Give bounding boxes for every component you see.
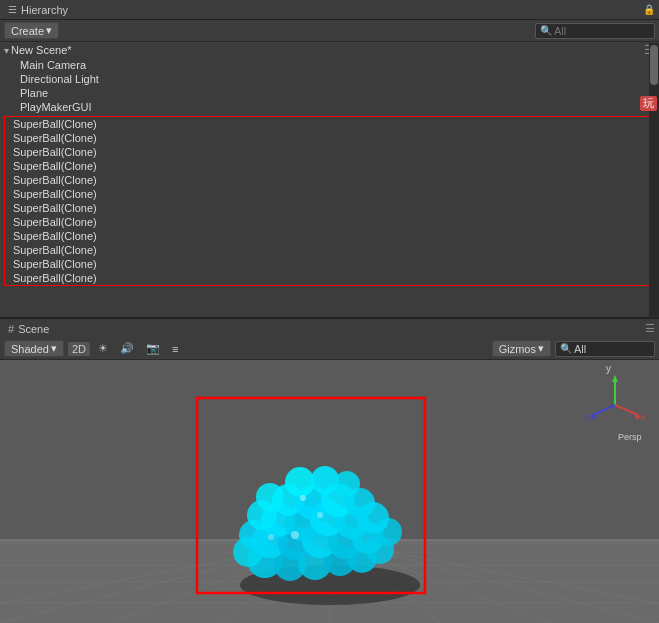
clone-label: SuperBall(Clone)	[13, 230, 97, 242]
item-label: Main Camera	[20, 59, 86, 71]
clone-item-12[interactable]: SuperBall(Clone)	[5, 271, 654, 285]
clone-label: SuperBall(Clone)	[13, 160, 97, 172]
hierarchy-tab-bar: ☰ Hierarchy 🔒	[0, 0, 659, 20]
shaded-arrow-icon: ▾	[51, 342, 57, 355]
svg-text:z: z	[585, 412, 590, 422]
clone-item-4[interactable]: SuperBall(Clone)	[5, 159, 654, 173]
tree-item-main-camera[interactable]: Main Camera	[0, 58, 659, 72]
2d-label: 2D	[72, 343, 86, 355]
clone-item-8[interactable]: SuperBall(Clone)	[5, 215, 654, 229]
clone-item-1[interactable]: SuperBall(Clone)	[5, 117, 654, 131]
svg-text:Persp: Persp	[618, 432, 642, 442]
gizmos-button[interactable]: Gizmos ▾	[492, 340, 551, 357]
item-label: Plane	[20, 87, 48, 99]
clone-label: SuperBall(Clone)	[13, 118, 97, 130]
scrollbar-thumb[interactable]	[650, 45, 658, 85]
clone-item-5[interactable]: SuperBall(Clone)	[5, 173, 654, 187]
clone-label: SuperBall(Clone)	[13, 188, 97, 200]
tree-item-directional-light[interactable]: Directional Light	[0, 72, 659, 86]
gizmos-arrow-icon: ▾	[538, 342, 544, 355]
hierarchy-panel: ☰ Hierarchy 🔒 Create ▾ 🔍 ▾ New Scene* ☰ …	[0, 0, 659, 318]
sun-icon-button[interactable]: ☀	[94, 341, 112, 356]
clone-label: SuperBall(Clone)	[13, 202, 97, 214]
clone-item-2[interactable]: SuperBall(Clone)	[5, 131, 654, 145]
clone-item-11[interactable]: SuperBall(Clone)	[5, 257, 654, 271]
svg-point-48	[317, 512, 323, 518]
clone-label: SuperBall(Clone)	[13, 146, 97, 158]
svg-text:x: x	[641, 412, 646, 422]
scene-panel-icon: #	[8, 323, 14, 335]
camera-icon: 📷	[146, 342, 160, 354]
scene-tab-options[interactable]: ☰	[645, 322, 655, 335]
clone-item-7[interactable]: SuperBall(Clone)	[5, 201, 654, 215]
hierarchy-tab-label: Hierarchy	[21, 4, 68, 16]
sun-icon: ☀	[98, 342, 108, 354]
create-arrow-icon: ▾	[46, 24, 52, 37]
svg-point-43	[256, 483, 284, 511]
scene-search-icon: 🔍	[560, 343, 572, 354]
clone-label: SuperBall(Clone)	[13, 258, 97, 270]
scene-tab-label: Scene	[18, 323, 49, 335]
svg-point-47	[291, 531, 299, 539]
hierarchy-content[interactable]: ▾ New Scene* ☰ Main Camera Directional L…	[0, 42, 659, 317]
tree-item-plane[interactable]: Plane	[0, 86, 659, 100]
clone-label: SuperBall(Clone)	[13, 216, 97, 228]
scene-name: New Scene*	[11, 44, 72, 56]
clone-item-6[interactable]: SuperBall(Clone)	[5, 187, 654, 201]
layers-icon-button[interactable]: ≡	[168, 342, 182, 356]
create-label: Create	[11, 25, 44, 37]
clone-label: SuperBall(Clone)	[13, 174, 97, 186]
svg-point-46	[334, 471, 360, 497]
scene-toolbar: Shaded ▾ 2D ☀ 🔊 📷 ≡ Gizmos ▾ 🔍	[0, 338, 659, 360]
scene-tab-bar: # Scene ☰	[0, 318, 659, 338]
tree-item-playmaker-gui[interactable]: PlayMakerGUI	[0, 100, 659, 114]
hierarchy-tab-icon: ☰	[8, 4, 17, 15]
item-label: PlayMakerGUI	[20, 101, 92, 113]
shaded-button[interactable]: Shaded ▾	[4, 340, 64, 357]
scene-grid: y x z Persp	[0, 360, 659, 623]
audio-icon: 🔊	[120, 342, 134, 354]
clone-item-3[interactable]: SuperBall(Clone)	[5, 145, 654, 159]
gizmos-label: Gizmos	[499, 343, 536, 355]
hierarchy-tab[interactable]: ☰ Hierarchy	[0, 0, 76, 19]
svg-point-50	[268, 534, 274, 540]
jp-badge: 玩	[640, 96, 657, 111]
scene-viewport[interactable]: y x z Persp	[0, 360, 659, 623]
scene-search-input[interactable]	[574, 343, 654, 355]
layers-icon: ≡	[172, 343, 178, 355]
scene-header[interactable]: ▾ New Scene* ☰	[0, 42, 659, 58]
hierarchy-search-box[interactable]: 🔍	[535, 23, 655, 39]
camera-icon-button[interactable]: 📷	[142, 341, 164, 356]
scene-arrow-icon: ▾	[4, 45, 9, 56]
hierarchy-lock-btn[interactable]: 🔒	[643, 4, 655, 15]
scene-tab[interactable]: # Scene	[0, 319, 57, 338]
clone-label: SuperBall(Clone)	[13, 244, 97, 256]
create-button[interactable]: Create ▾	[4, 22, 59, 39]
clone-item-9[interactable]: SuperBall(Clone)	[5, 229, 654, 243]
scene-search-box[interactable]: 🔍	[555, 341, 655, 357]
2d-button[interactable]: 2D	[68, 342, 90, 356]
clone-item-10[interactable]: SuperBall(Clone)	[5, 243, 654, 257]
svg-point-49	[300, 495, 306, 501]
search-icon: 🔍	[540, 25, 552, 36]
clone-label: SuperBall(Clone)	[13, 272, 97, 284]
shaded-label: Shaded	[11, 343, 49, 355]
hierarchy-search-input[interactable]	[554, 25, 644, 37]
hierarchy-scrollbar[interactable]	[649, 43, 659, 318]
svg-text:y: y	[606, 363, 611, 374]
clone-label: SuperBall(Clone)	[13, 132, 97, 144]
item-label: Directional Light	[20, 73, 99, 85]
svg-point-44	[285, 467, 315, 497]
audio-icon-button[interactable]: 🔊	[116, 341, 138, 356]
clones-container: SuperBall(Clone) SuperBall(Clone) SuperB…	[4, 116, 655, 286]
hierarchy-toolbar: Create ▾ 🔍	[0, 20, 659, 42]
scene-panel: # Scene ☰ Shaded ▾ 2D ☀ 🔊 📷 ≡ Gizmos ▾	[0, 318, 659, 623]
